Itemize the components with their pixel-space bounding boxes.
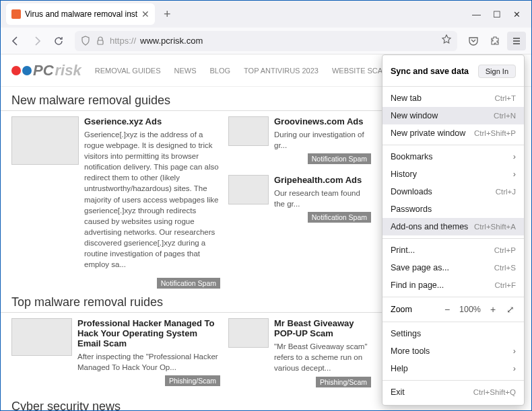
site-nav: REMOVAL GUIDES NEWS BLOG TOP ANTIVIRUS 2…: [95, 67, 404, 75]
article-title: Mr Beast Giveaway POP-UP Scam: [274, 318, 371, 338]
back-button[interactable]: [6, 32, 25, 50]
article-card[interactable]: Gserience.xyz Ads Gserience[.]xyz is the…: [11, 116, 220, 270]
app-menu-button[interactable]: [507, 32, 526, 50]
menu-exit[interactable]: ExitCtrl+Shift+Q: [383, 383, 524, 401]
sync-header: Sync and save data Sign In: [383, 59, 524, 83]
menu-new-private-window[interactable]: New private windowCtrl+Shift+P: [383, 124, 524, 142]
category-badge: Notification Spam: [308, 153, 371, 164]
article-title: Groovinews.com Ads: [274, 116, 371, 126]
nav-link[interactable]: TOP ANTIVIRUS 2023: [244, 67, 319, 75]
menu-new-window[interactable]: New windowCtrl+N: [383, 107, 524, 124]
category-badge: Notification Spam: [308, 212, 371, 223]
bookmark-star-icon[interactable]: [441, 34, 452, 47]
article-thumbnail: [228, 318, 269, 348]
fullscreen-button[interactable]: ⤢: [505, 304, 516, 315]
menu-settings[interactable]: Settings: [383, 325, 524, 342]
site-logo[interactable]: PCrisk: [11, 62, 81, 79]
nav-link[interactable]: REMOVAL GUIDES: [95, 67, 161, 75]
menu-passwords[interactable]: Passwords: [383, 200, 524, 218]
category-badge: Phishing/Scam: [316, 377, 371, 387]
nav-link[interactable]: NEWS: [174, 67, 197, 75]
close-window-button[interactable]: ✕: [513, 9, 521, 20]
article-card[interactable]: Gripehealth.com Ads Our research team fo…: [228, 175, 371, 223]
zoom-out-button[interactable]: −: [442, 304, 453, 315]
menu-zoom: Zoom − 100% + ⤢: [383, 300, 524, 319]
article-thumbnail: [11, 318, 72, 356]
article-text: Our research team found the gr...: [274, 188, 371, 209]
article-text: During our investigation of gr...: [274, 129, 371, 151]
menu-history[interactable]: History›: [383, 165, 524, 183]
article-text: Gserience[.]xyz is the address of a rogu…: [84, 129, 220, 270]
browser-tab[interactable]: Virus and malware removal inst ✕: [6, 3, 155, 25]
article-text: "Mr Beast Giveaway scam" refers to a sch…: [274, 341, 371, 373]
menu-print[interactable]: Print...Ctrl+P: [383, 241, 524, 259]
menu-help[interactable]: Help›: [383, 360, 524, 377]
menu-downloads[interactable]: DownloadsCtrl+J: [383, 183, 524, 200]
tab-favicon: [11, 9, 21, 19]
close-tab-icon[interactable]: ✕: [141, 9, 149, 20]
menu-save-page-as[interactable]: Save page as...Ctrl+S: [383, 259, 524, 276]
article-text: After inspecting the "Professional Hacke…: [77, 351, 220, 373]
minimize-button[interactable]: —: [472, 9, 481, 20]
svg-rect-0: [98, 40, 103, 44]
category-badge: Phishing/Scam: [165, 375, 220, 386]
article-card[interactable]: Mr Beast Giveaway POP-UP Scam "Mr Beast …: [228, 318, 371, 387]
forward-button[interactable]: [28, 32, 46, 50]
zoom-value: 100%: [459, 305, 481, 314]
tab-title: Virus and malware removal inst: [25, 9, 137, 19]
new-tab-button[interactable]: +: [159, 6, 175, 22]
article-thumbnail: [228, 116, 269, 146]
sign-in-button[interactable]: Sign In: [478, 65, 516, 78]
titlebar: Virus and malware removal inst ✕ + — ☐ ✕: [1, 1, 531, 28]
menu-addons-and-themes[interactable]: Add-ons and themesCtrl+Shift+A: [383, 218, 524, 235]
zoom-in-button[interactable]: +: [488, 304, 498, 315]
menu-more-tools[interactable]: More tools›: [383, 342, 524, 360]
reload-button[interactable]: [49, 32, 68, 50]
toolbar: https://www.pcrisk.com: [1, 28, 531, 54]
article-thumbnail: [11, 116, 79, 165]
article-card[interactable]: Groovinews.com Ads During our investigat…: [228, 116, 371, 164]
nav-link[interactable]: BLOG: [210, 67, 231, 75]
url-host: www.pcrisk.com: [140, 36, 203, 46]
shield-icon: [80, 36, 91, 46]
menu-find-in-page[interactable]: Find in page...Ctrl+F: [383, 276, 524, 294]
article-title: Gserience.xyz Ads: [84, 116, 220, 126]
lock-icon: [95, 36, 106, 46]
pocket-button[interactable]: [464, 32, 483, 50]
menu-new-tab[interactable]: New tabCtrl+T: [383, 89, 524, 107]
menu-bookmarks[interactable]: Bookmarks›: [383, 148, 524, 165]
article-thumbnail: [228, 175, 269, 204]
url-protocol: https://: [110, 36, 136, 46]
category-badge: Notification Spam: [157, 278, 220, 289]
extensions-button[interactable]: [486, 32, 504, 50]
article-title: Gripehealth.com Ads: [274, 175, 371, 185]
address-bar[interactable]: https://www.pcrisk.com: [75, 31, 457, 51]
window-controls: — ☐ ✕: [472, 9, 529, 20]
maximize-button[interactable]: ☐: [493, 9, 501, 20]
web-content: PCrisk REMOVAL GUIDES NEWS BLOG TOP ANTI…: [1, 54, 531, 411]
article-title: Professional Hacker Managed To Hack Your…: [77, 318, 220, 348]
article-card[interactable]: Professional Hacker Managed To Hack Your…: [11, 318, 220, 387]
application-menu: Sync and save data Sign In New tabCtrl+T…: [382, 54, 525, 406]
